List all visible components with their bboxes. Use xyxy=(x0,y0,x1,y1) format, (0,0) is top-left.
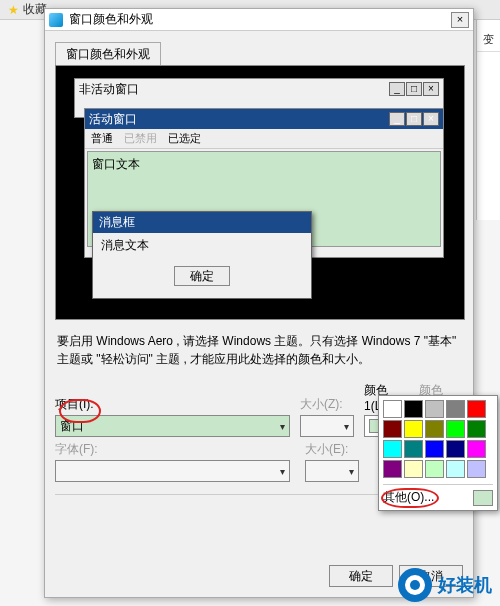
color-swatch[interactable] xyxy=(467,400,486,418)
menu-selected: 已选定 xyxy=(168,132,201,144)
color-swatch[interactable] xyxy=(383,400,402,418)
fontsize-select: ▾ xyxy=(305,460,359,482)
fontsize-label: 大小(E): xyxy=(305,441,359,458)
item-value: 窗口 xyxy=(60,418,84,435)
titlebar: 窗口颜色和外观 × xyxy=(45,9,473,31)
color-swatch[interactable] xyxy=(404,440,423,458)
item-select[interactable]: 窗口 ▾ xyxy=(55,415,290,437)
other-color-label: 其他(O)... xyxy=(383,489,434,506)
watermark: 好装机 xyxy=(398,568,492,602)
color-swatch[interactable] xyxy=(404,460,423,478)
star-icon: ★ xyxy=(8,3,19,17)
color-swatch[interactable] xyxy=(404,400,423,418)
color-swatch[interactable] xyxy=(425,460,444,478)
side-panel: 变 xyxy=(476,20,500,220)
color-swatch[interactable] xyxy=(446,460,465,478)
color-swatch[interactable] xyxy=(404,420,423,438)
font-select: ▾ xyxy=(55,460,290,482)
color-swatch[interactable] xyxy=(383,460,402,478)
color-swatch[interactable] xyxy=(425,400,444,418)
size-label: 大小(Z): xyxy=(300,396,354,413)
msgbox-ok-button: 确定 xyxy=(174,266,230,286)
color-swatch[interactable] xyxy=(446,420,465,438)
chevron-down-icon: ▾ xyxy=(280,421,285,432)
close-button[interactable]: × xyxy=(451,12,469,28)
close-icon: × xyxy=(423,112,439,126)
menu-disabled: 已禁用 xyxy=(124,132,157,144)
menu-bar: 普通 已禁用 已选定 xyxy=(85,129,443,149)
color-swatch[interactable] xyxy=(425,440,444,458)
tab-appearance[interactable]: 窗口颜色和外观 xyxy=(55,42,161,66)
color-swatch[interactable] xyxy=(383,440,402,458)
chevron-down-icon: ▾ xyxy=(344,421,349,432)
window-text: 窗口文本 xyxy=(92,157,140,171)
dialog-title: 窗口颜色和外观 xyxy=(69,11,451,28)
ok-button[interactable]: 确定 xyxy=(329,565,393,587)
maximize-icon: □ xyxy=(406,82,422,96)
preview-area: 非活动窗口 _ □ × 活动窗口 _ □ × xyxy=(55,65,465,320)
message-box: 消息框 消息文本 确定 xyxy=(92,211,312,299)
app-icon xyxy=(49,13,63,27)
close-icon: × xyxy=(423,82,439,96)
color-swatch[interactable] xyxy=(467,460,486,478)
chevron-down-icon: ▾ xyxy=(280,466,285,477)
font-label: 字体(F): xyxy=(55,441,295,458)
msgbox-text: 消息文本 xyxy=(93,233,311,258)
menu-normal: 普通 xyxy=(91,132,113,144)
active-title: 活动窗口 xyxy=(89,111,137,128)
chevron-down-icon: ▾ xyxy=(349,466,354,477)
color-swatch[interactable] xyxy=(446,440,465,458)
watermark-text: 好装机 xyxy=(438,573,492,597)
color-swatch[interactable] xyxy=(383,420,402,438)
msgbox-title: 消息框 xyxy=(93,212,311,233)
color-swatch[interactable] xyxy=(446,400,465,418)
description-text: 要启用 Windows Aero , 请选择 Windows 主题。只有选择 W… xyxy=(57,332,461,368)
item-label: 项目(I): xyxy=(55,396,290,413)
minimize-icon: _ xyxy=(389,82,405,96)
other-color-row[interactable]: 其他(O)... xyxy=(383,484,493,506)
minimize-icon: _ xyxy=(389,112,405,126)
color-palette: 其他(O)... xyxy=(378,395,498,511)
color-swatch[interactable] xyxy=(467,420,486,438)
eye-icon xyxy=(398,568,432,602)
color-swatch[interactable] xyxy=(425,420,444,438)
side-item[interactable]: 变 xyxy=(477,28,500,52)
inactive-title: 非活动窗口 xyxy=(79,81,139,98)
maximize-icon: □ xyxy=(406,112,422,126)
color-swatch[interactable] xyxy=(467,440,486,458)
size-select: ▾ xyxy=(300,415,354,437)
current-color-swatch xyxy=(473,490,493,506)
